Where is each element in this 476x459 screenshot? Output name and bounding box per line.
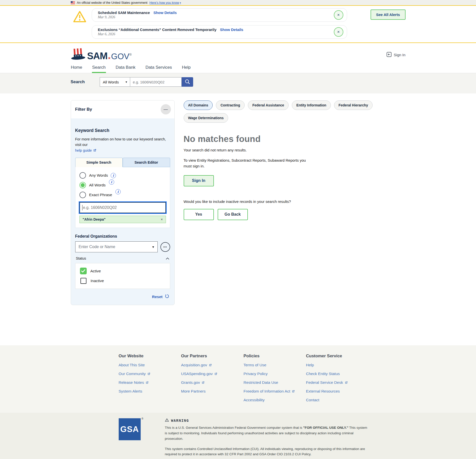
status-option-active[interactable]: Active [80, 268, 165, 274]
footer-link-help[interactable]: Help [306, 363, 369, 367]
go-back-button[interactable]: Go Back [218, 209, 248, 220]
footer-link-external-resources[interactable]: External Resources [306, 389, 369, 394]
main-area: Filter By — Keyword Search For more info… [0, 93, 476, 345]
footer-link-accessibility[interactable]: Accessibility [244, 398, 306, 402]
external-link-icon [292, 390, 295, 393]
logo-sam-text: SAM [87, 51, 107, 61]
gsa-registered-mark: ® [141, 417, 143, 420]
status-active-label: Active [90, 269, 101, 273]
sign-in-icon [387, 52, 392, 58]
alert-close-button[interactable]: × [334, 10, 343, 20]
keyword-input-placeholder: e.g. 1606N020Q02 [83, 205, 117, 210]
footer-link-federal-service-desk[interactable]: Federal Service Desk [306, 380, 369, 385]
footer-link-foia[interactable]: Freedom of Information Act [244, 389, 306, 394]
see-all-alerts-button[interactable]: See All Alerts [371, 9, 406, 20]
alert-show-details-link[interactable]: Show Details [220, 27, 243, 32]
status-label: Status [76, 256, 86, 260]
collapse-filters-button[interactable]: — [161, 104, 171, 114]
sign-in-link[interactable]: Sign In [387, 52, 406, 58]
sign-in-note: To view Entity Registrations, Subcontrac… [184, 157, 309, 169]
sign-in-button[interactable]: Sign In [184, 175, 214, 186]
warning-section: GSA ® WARNING This is a U.S. General Ser… [0, 413, 476, 459]
domain-pill-entity-information[interactable]: Entity Information [292, 100, 331, 110]
gov-banner-text: An official website of the United States… [77, 1, 148, 4]
sign-in-label: Sign In [394, 53, 406, 57]
help-guide-link[interactable]: help guide [75, 148, 97, 153]
radio-all-words[interactable] [79, 182, 86, 188]
info-icon[interactable]: i [115, 189, 121, 194]
reset-icon [165, 294, 169, 299]
no-matches-title: No matches found [184, 134, 406, 144]
chip-remove-icon[interactable]: × [161, 217, 163, 221]
keyword-search-heading: Keyword Search [75, 128, 170, 133]
radio-exact-phrase[interactable] [79, 192, 86, 198]
alert-card: Scheduled SAM Maintenance Show Details M… [92, 8, 347, 22]
status-options-box: Active Inactive [75, 263, 170, 289]
domain-pill-contracting[interactable]: Contracting [216, 100, 245, 110]
status-option-inactive[interactable]: Inactive [80, 278, 165, 284]
footer-link-contact[interactable]: Contact [306, 398, 369, 402]
domain-pill-federal-assistance[interactable]: Federal Assistance [248, 100, 289, 110]
footer-column-heading: Policies [244, 354, 306, 359]
federal-org-select[interactable]: Enter Code or Name ▾ [75, 241, 158, 252]
info-icon[interactable]: i [109, 179, 114, 185]
search-submit-button[interactable] [182, 77, 193, 87]
footer-link-our-community[interactable]: Our Community [119, 372, 181, 376]
footer-link-more-partners[interactable]: More Partners [181, 389, 244, 394]
footer-column-our-website: Our Website About This Site Our Communit… [119, 354, 181, 402]
footer-link-release-notes[interactable]: Release Notes [119, 380, 181, 385]
footer-link-system-alerts[interactable]: System Alerts [119, 389, 181, 394]
footer-link-check-entity-status[interactable]: Check Entity Status [306, 372, 369, 376]
footer-link-usaspending-gov[interactable]: USASpending.gov [181, 372, 244, 376]
gov-banner-disclosure-link[interactable]: Here’s how you know ▾ [149, 1, 181, 4]
footer-column-our-partners: Our Partners Acquisition.gov USASpending… [181, 354, 244, 402]
checkbox-unchecked-icon[interactable] [80, 278, 86, 284]
domain-pill-wage-determinations[interactable]: Wage Determinations [184, 113, 228, 123]
footer-column-heading: Our Partners [181, 354, 244, 359]
global-search-input[interactable] [130, 77, 182, 87]
footer-link-privacy-policy[interactable]: Privacy Policy [244, 372, 306, 376]
search-strip-label: Search [71, 79, 100, 84]
search-mode-select[interactable]: All Words ▾ [100, 77, 130, 87]
alert-date: Mar 9, 2026 [98, 15, 177, 19]
info-icon[interactable]: i [111, 173, 116, 178]
search-mode-value: All Words [103, 80, 119, 84]
filter-panel-title: Filter By [75, 107, 92, 112]
footer-link-terms-of-use[interactable]: Terms of Use [244, 363, 306, 367]
nav-item-search[interactable]: Search [92, 64, 106, 73]
federal-org-placeholder: Enter Code or Name [79, 245, 115, 249]
footer-column-policies: Policies Terms of Use Privacy Policy Res… [244, 354, 306, 402]
results-area: All Domains Contracting Federal Assistan… [184, 100, 406, 220]
search-icon [185, 79, 190, 85]
status-section-toggle[interactable]: Status [75, 256, 170, 261]
external-link-icon [214, 372, 217, 376]
footer-link-about-this-site[interactable]: About This Site [119, 363, 181, 367]
checkbox-checked-icon[interactable] [80, 268, 87, 274]
external-link-icon [201, 381, 205, 384]
external-link-icon [209, 364, 212, 367]
nav-item-home[interactable]: Home [71, 64, 82, 73]
tab-search-editor[interactable]: Search Editor [123, 158, 170, 167]
more-options-button[interactable]: ••• [160, 242, 170, 252]
alert-title: Exclusions “Additional Comments” Content… [98, 27, 217, 32]
radio-any-words[interactable] [79, 172, 86, 179]
keyword-search-input[interactable]: e.g. 1606N020Q02 [79, 202, 166, 213]
sam-gov-logo[interactable]: SAM ★ GOV ® [71, 48, 132, 61]
footer-link-grants-gov[interactable]: Grants.gov [181, 380, 244, 385]
alert-show-details-link[interactable]: Show Details [153, 10, 177, 15]
warning-triangle-icon [73, 10, 87, 24]
yes-button[interactable]: Yes [184, 209, 214, 220]
footer-link-acquisition-gov[interactable]: Acquisition.gov [181, 363, 244, 367]
footer-link-restricted-data-use[interactable]: Restricted Data Use [244, 380, 306, 385]
radio-exact-phrase-label: Exact Phrase [89, 193, 112, 197]
nav-item-data-bank[interactable]: Data Bank [115, 64, 136, 73]
tab-simple-search[interactable]: Simple Search [75, 158, 123, 167]
domain-pill-all-domains[interactable]: All Domains [184, 100, 213, 110]
domain-pill-federal-hierarchy[interactable]: Federal Hierarchy [334, 100, 373, 110]
reset-filters-link[interactable]: Reset [75, 294, 170, 299]
nav-item-data-services[interactable]: Data Services [145, 64, 172, 73]
nav-item-help[interactable]: Help [182, 64, 191, 73]
keyword-chip: "Afrin Deepa" × [79, 216, 166, 223]
alert-close-button[interactable]: × [334, 27, 343, 37]
keyword-help-text: For more information on how to use our k… [75, 137, 166, 147]
